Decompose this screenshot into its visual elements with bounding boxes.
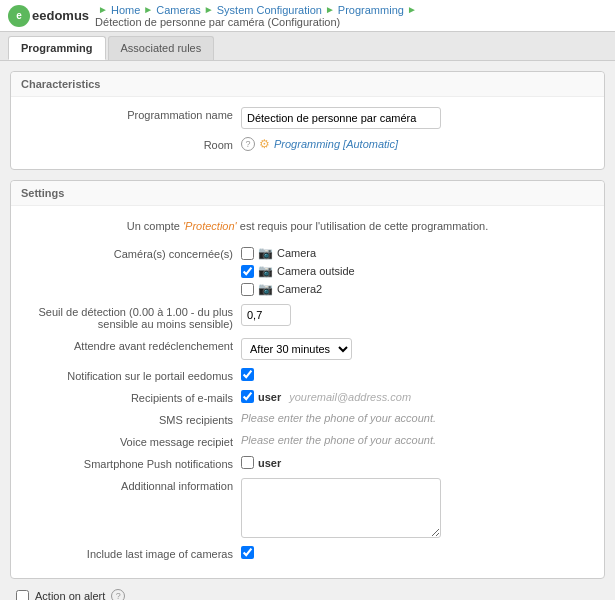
camera-item-1: 📷 Camera outside [241, 264, 355, 278]
header: e eedomus ► Home ► Cameras ► System Conf… [0, 0, 615, 32]
notification-row: Notification sur le portail eedomus [21, 368, 594, 382]
breadcrumb-item-1[interactable]: Cameras [156, 4, 201, 16]
room-link[interactable]: Programming [Automatic] [274, 138, 398, 150]
wait-row: Attendre avant redéclenchement After 30 … [21, 338, 594, 360]
push-control: user [241, 456, 594, 469]
action-alert-row: Action on alert ? [16, 589, 605, 600]
notification-checkbox[interactable] [241, 368, 254, 381]
breadcrumb: ► Home ► Cameras ► System Configuration … [95, 4, 607, 28]
cameras-control: 📷 Camera 📷 Camera outside 📷 Camera2 [241, 246, 594, 296]
room-gear-icon[interactable]: ⚙ [259, 137, 270, 151]
programmation-name-input[interactable] [241, 107, 441, 129]
wait-select[interactable]: After 30 minutes After 5 minutes After 1… [241, 338, 352, 360]
action-alert-label: Action on alert [35, 590, 105, 600]
logo-icon: e [8, 5, 30, 27]
breadcrumb-link-config[interactable]: System Configuration [217, 4, 322, 16]
cameras-row: Caméra(s) concernée(s) 📷 Camera 📷 Camera… [21, 246, 594, 296]
room-control: ? ⚙ Programming [Automatic] [241, 137, 594, 151]
camera-2-checkbox[interactable] [241, 283, 254, 296]
breadcrumb-arrow-0: ► [98, 4, 108, 15]
protection-suffix: est requis pour l'utilisation de cette p… [237, 220, 489, 232]
programmation-name-label: Programmation name [21, 107, 241, 121]
include-row: Include last image of cameras [21, 546, 594, 560]
breadcrumb-link-cameras[interactable]: Cameras [156, 4, 201, 16]
sms-placeholder: Please enter the phone of your account. [241, 412, 436, 424]
characteristics-section: Characteristics Programmation name Room … [10, 71, 605, 170]
protection-link[interactable]: 'Protection' [183, 220, 237, 232]
push-row: Smartphone Push notifications user [21, 456, 594, 470]
recipients-checkbox[interactable] [241, 390, 254, 403]
camera-group: 📷 Camera 📷 Camera outside 📷 Camera2 [241, 246, 355, 296]
breadcrumb-arrow-1: ► [143, 4, 153, 15]
tab-programming[interactable]: Programming [8, 36, 106, 60]
notification-control [241, 368, 594, 381]
threshold-label: Seuil de détection (0.00 à 1.00 - du plu… [21, 304, 241, 330]
sms-label: SMS recipients [21, 412, 241, 426]
logo: e eedomus [8, 5, 89, 27]
camera-item-2: 📷 Camera2 [241, 282, 355, 296]
camera-2-icon: 📷 [258, 282, 273, 296]
sms-control: Please enter the phone of your account. [241, 412, 594, 424]
breadcrumb-link-programming[interactable]: Programming [338, 4, 404, 16]
additional-control [241, 478, 594, 538]
camera-1-checkbox[interactable] [241, 265, 254, 278]
settings-section: Settings Un compte 'Protection' est requ… [10, 180, 605, 579]
recipients-label: Recipients of e-mails [21, 390, 241, 404]
additional-row: Additionnal information [21, 478, 594, 538]
room-help-icon[interactable]: ? [241, 137, 255, 151]
additional-textarea[interactable] [241, 478, 441, 538]
action-alert-checkbox[interactable] [16, 590, 29, 601]
threshold-input[interactable] [241, 304, 291, 326]
voice-control: Please enter the phone of your account. [241, 434, 594, 446]
notification-label: Notification sur le portail eedomus [21, 368, 241, 382]
camera-1-label: Camera outside [277, 265, 355, 277]
protection-prefix: Un compte [127, 220, 183, 232]
include-label: Include last image of cameras [21, 546, 241, 560]
voice-label: Voice message recipiet [21, 434, 241, 448]
recipients-row: Recipients of e-mails user youremail@add… [21, 390, 594, 404]
cameras-label: Caméra(s) concernée(s) [21, 246, 241, 260]
breadcrumb-item-3[interactable]: Programming [338, 4, 404, 16]
camera-0-checkbox[interactable] [241, 247, 254, 260]
breadcrumb-arrow-4: ► [407, 4, 417, 15]
breadcrumb-arrow-3: ► [325, 4, 335, 15]
room-label: Room [21, 137, 241, 151]
camera-0-icon: 📷 [258, 246, 273, 260]
logo-text: eedomus [32, 8, 89, 23]
breadcrumb-link-home[interactable]: Home [111, 4, 140, 16]
push-user: user [258, 457, 281, 469]
additional-label: Additionnal information [21, 478, 241, 492]
camera-0-label: Camera [277, 247, 316, 259]
include-checkbox[interactable] [241, 546, 254, 559]
recipients-user: user [258, 391, 281, 403]
breadcrumb-arrow-2: ► [204, 4, 214, 15]
breadcrumb-current: Détection de personne par caméra (Config… [95, 16, 340, 28]
settings-body: Un compte 'Protection' est requis pour l… [11, 206, 604, 578]
camera-item-0: 📷 Camera [241, 246, 355, 260]
push-checkbox[interactable] [241, 456, 254, 469]
sms-row: SMS recipients Please enter the phone of… [21, 412, 594, 426]
threshold-control [241, 304, 594, 326]
recipients-placeholder: youremail@address.com [289, 391, 411, 403]
recipients-control: user youremail@address.com [241, 390, 594, 403]
breadcrumb-item-2[interactable]: System Configuration [217, 4, 322, 16]
action-alert-help-icon[interactable]: ? [111, 589, 125, 600]
include-control [241, 546, 594, 559]
camera-1-icon: 📷 [258, 264, 273, 278]
voice-row: Voice message recipiet Please enter the … [21, 434, 594, 448]
programmation-name-control [241, 107, 594, 129]
breadcrumb-item-4: Détection de personne par caméra (Config… [95, 16, 340, 28]
main-content: Characteristics Programmation name Room … [0, 61, 615, 600]
breadcrumb-item-0[interactable]: Home [111, 4, 140, 16]
programmation-name-row: Programmation name [21, 107, 594, 129]
voice-placeholder: Please enter the phone of your account. [241, 434, 436, 446]
settings-title: Settings [11, 181, 604, 206]
room-row: Room ? ⚙ Programming [Automatic] [21, 137, 594, 151]
tabs-bar: Programming Associated rules [0, 32, 615, 61]
wait-control: After 30 minutes After 5 minutes After 1… [241, 338, 594, 360]
characteristics-title: Characteristics [11, 72, 604, 97]
threshold-row: Seuil de détection (0.00 à 1.00 - du plu… [21, 304, 594, 330]
tab-associated-rules[interactable]: Associated rules [108, 36, 215, 60]
camera-2-label: Camera2 [277, 283, 322, 295]
characteristics-body: Programmation name Room ? ⚙ Programming … [11, 97, 604, 169]
